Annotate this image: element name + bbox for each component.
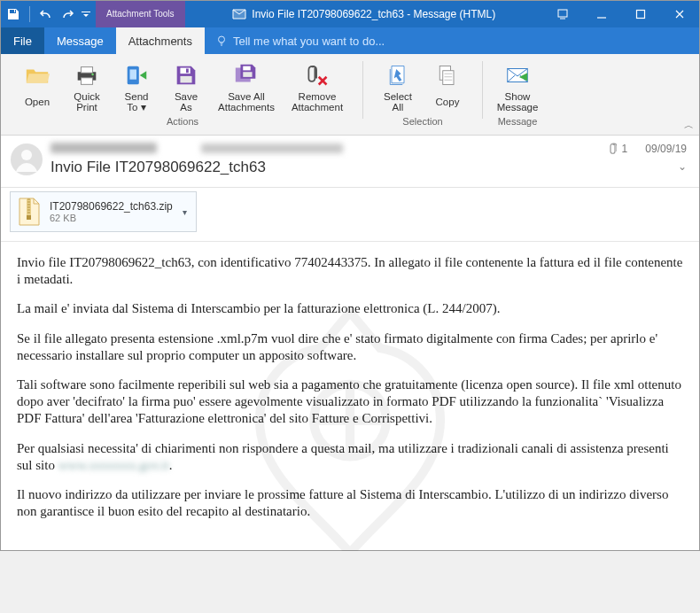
body-paragraph: Il nuovo indirizzo da utilizzare per inv… — [17, 486, 685, 520]
select-all-label: Select All — [384, 89, 412, 113]
attachment-chip[interactable]: IT20798069622_tch63.zip 62 KB ▾ — [10, 191, 197, 232]
show-message-button[interactable]: Show Message — [494, 58, 541, 113]
open-button[interactable]: Open — [13, 58, 61, 113]
subject: Invio File IT20798069622_tch63 — [51, 156, 599, 182]
select-all-icon — [384, 61, 412, 89]
svg-rect-13 — [243, 66, 250, 71]
svg-rect-9 — [130, 69, 137, 79]
close-button[interactable] — [660, 1, 699, 27]
select-all-button[interactable]: Select All — [374, 58, 422, 113]
quick-access-toolbar — [1, 1, 96, 27]
qat-customize-icon[interactable] — [82, 7, 90, 21]
svg-rect-16 — [443, 71, 454, 85]
window-title: Invio File IT20798069622_tch63 - Message… — [185, 1, 543, 27]
tab-message[interactable]: Message — [44, 27, 116, 54]
title-bar: Attachment Tools Invio File IT2079806962… — [1, 1, 699, 27]
attachment-area: IT20798069622_tch63.zip 62 KB ▾ — [1, 188, 699, 242]
svg-rect-14 — [243, 72, 252, 77]
attachment-indicator-icon — [606, 143, 617, 155]
ribbon-tabs: File Message Attachments Tell me what yo… — [1, 27, 699, 54]
ribbon-display-options-icon[interactable] — [543, 1, 582, 27]
address-block: Invio File IT20798069622_tch63 — [51, 143, 599, 182]
zip-file-icon — [16, 197, 43, 227]
body-paragraph: Se il file allegato presenta estensione … — [17, 330, 685, 364]
group-label-actions: Actions — [167, 113, 198, 130]
save-all-label: Save All Attachments — [218, 89, 275, 113]
tab-attachments[interactable]: Attachments — [116, 27, 205, 54]
group-label-selection: Selection — [402, 113, 442, 130]
received-date: 09/09/19 — [645, 143, 687, 155]
open-label: Open — [25, 89, 50, 113]
attachment-count: 1 — [622, 143, 628, 155]
ribbon-separator — [482, 61, 483, 119]
printer-icon — [73, 61, 101, 89]
tab-file[interactable]: File — [1, 27, 44, 54]
folder-open-icon — [23, 61, 51, 89]
body-paragraph: Tali software sono facilmente reperibili… — [17, 376, 685, 428]
lightbulb-icon — [215, 35, 228, 47]
save-as-icon — [172, 61, 200, 89]
redo-icon[interactable] — [60, 7, 74, 21]
show-message-label: Show Message — [497, 89, 539, 113]
undo-icon[interactable] — [39, 7, 53, 21]
contextual-tab-attachment-tools[interactable]: Attachment Tools — [96, 1, 185, 27]
tell-me-placeholder: Tell me what you want to do... — [233, 35, 385, 48]
send-to-button[interactable]: Send To ▾ — [113, 58, 160, 113]
attachment-dropdown-icon[interactable]: ▾ — [179, 206, 191, 219]
attachment-size: 62 KB — [50, 213, 173, 223]
save-icon[interactable] — [6, 7, 20, 21]
ribbon-group-selection: Select All Copy Selection — [367, 58, 478, 135]
ribbon-group-message: Show Message Message — [486, 58, 548, 135]
collapse-ribbon-icon[interactable]: ︿ — [684, 119, 694, 132]
ribbon-group-actions: Open Quick Print Send To ▾ Save As Save … — [6, 58, 359, 135]
remove-attachment-label: Remove Attachment — [292, 89, 343, 113]
svg-point-19 — [21, 150, 32, 160]
maximize-button[interactable] — [621, 1, 660, 27]
svg-rect-1 — [558, 10, 567, 17]
ribbon: Open Quick Print Send To ▾ Save As Save … — [1, 54, 699, 136]
contextual-tab-label: Attachment Tools — [106, 9, 175, 19]
body-paragraph: Invio file IT20798069622_tch63, con iden… — [17, 254, 685, 288]
redacted-url: www.xxxxxxx.gov.it — [58, 457, 169, 474]
save-all-icon — [232, 61, 261, 89]
copy-button[interactable]: Copy — [424, 58, 471, 113]
avatar — [10, 143, 43, 176]
chevron-down-icon[interactable]: ⌄ — [678, 160, 687, 173]
message-header: Invio File IT20798069622_tch63 1 09/09/1… — [1, 136, 699, 188]
svg-rect-11 — [186, 69, 189, 74]
quick-print-label: Quick Print — [74, 89, 99, 113]
minimize-button[interactable] — [582, 1, 621, 27]
body-paragraph: La mail e' inviata dal Sistema di Inters… — [17, 300, 685, 317]
outlook-message-window: Attachment Tools Invio File IT2079806962… — [0, 0, 700, 551]
svg-rect-2 — [637, 11, 645, 19]
window-controls — [543, 1, 699, 27]
quick-print-button[interactable]: Quick Print — [63, 58, 111, 113]
save-all-attachments-button[interactable]: Save All Attachments — [212, 58, 281, 113]
window-title-text: Invio File IT20798069622_tch63 - Message… — [252, 8, 495, 20]
remove-attachment-button[interactable]: Remove Attachment — [283, 58, 352, 113]
save-as-button[interactable]: Save As — [162, 58, 210, 113]
svg-point-3 — [218, 36, 224, 43]
save-as-label: Save As — [175, 89, 198, 113]
send-to-icon — [122, 61, 151, 89]
copy-icon — [433, 61, 462, 89]
body-paragraph: Per qualsiasi necessita' di chiarimenti … — [17, 440, 685, 474]
send-to-label: Send To ▾ — [125, 89, 149, 113]
svg-rect-5 — [81, 67, 92, 74]
attachment-name: IT20798069622_tch63.zip — [50, 200, 173, 213]
tell-me-search[interactable]: Tell me what you want to do... — [205, 27, 699, 54]
svg-rect-10 — [180, 68, 190, 74]
ribbon-separator — [362, 61, 363, 119]
copy-label: Copy — [436, 89, 460, 113]
group-label-message: Message — [498, 113, 538, 130]
svg-rect-6 — [81, 78, 92, 85]
to-address-redacted — [201, 144, 343, 153]
svg-point-7 — [91, 74, 93, 75]
show-message-icon — [503, 61, 532, 89]
from-address-redacted — [51, 143, 157, 153]
svg-rect-21 — [27, 215, 31, 220]
svg-rect-12 — [180, 76, 191, 83]
remove-attachment-icon — [303, 61, 331, 89]
mail-icon — [232, 7, 246, 21]
message-body: Invio file IT20798069622_tch63, con iden… — [1, 242, 699, 550]
